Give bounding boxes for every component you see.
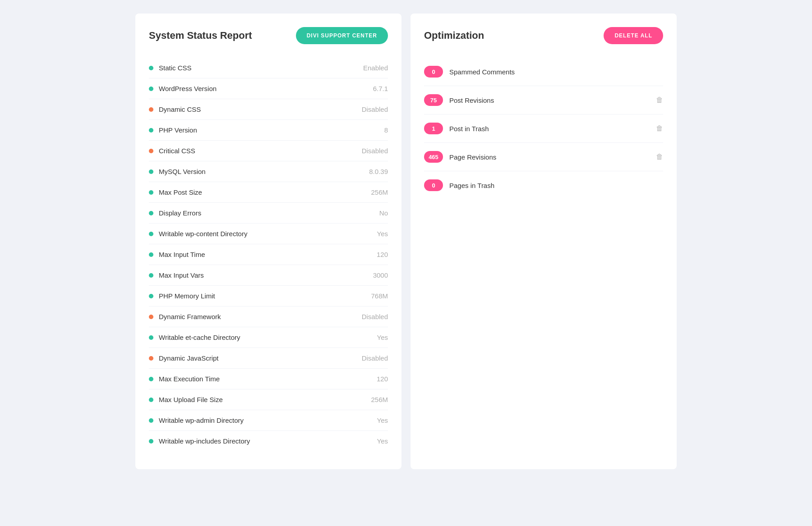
- main-container: System Status Report DIVI SUPPORT CENTER…: [135, 14, 677, 469]
- status-dot: [149, 418, 153, 423]
- status-item: Dynamic JavaScript Disabled: [149, 348, 388, 369]
- status-item: PHP Memory Limit 768M: [149, 286, 388, 306]
- status-label: Max Upload File Size: [159, 396, 223, 403]
- status-value: No: [379, 209, 388, 217]
- optimization-item: 0 Pages in Trash: [424, 171, 663, 199]
- status-value: Disabled: [362, 105, 388, 113]
- status-left: PHP Memory Limit: [149, 292, 215, 300]
- status-label: Max Execution Time: [159, 375, 220, 383]
- status-label: Writable wp-admin Directory: [159, 416, 244, 424]
- status-dot: [149, 211, 153, 215]
- trash-icon[interactable]: 🗑: [656, 153, 663, 161]
- status-label: Dynamic JavaScript: [159, 354, 219, 362]
- status-left: Dynamic JavaScript: [149, 354, 219, 362]
- count-badge: 75: [424, 94, 443, 106]
- status-left: Max Upload File Size: [149, 396, 223, 403]
- status-label: Static CSS: [159, 64, 192, 72]
- status-item: WordPress Version 6.7.1: [149, 78, 388, 99]
- status-label: Dynamic CSS: [159, 105, 201, 113]
- status-value: 120: [377, 375, 388, 383]
- count-badge: 0: [424, 66, 443, 78]
- status-item: Max Upload File Size 256M: [149, 389, 388, 410]
- status-left: Static CSS: [149, 64, 192, 72]
- system-status-title: System Status Report: [149, 30, 252, 41]
- status-value: 256M: [371, 396, 388, 403]
- status-item: Writable wp-includes Directory Yes: [149, 431, 388, 451]
- status-label: Writable wp-includes Directory: [159, 437, 250, 445]
- status-item: Max Execution Time 120: [149, 369, 388, 389]
- status-label: MySQL Version: [159, 168, 206, 175]
- status-dot: [149, 315, 153, 319]
- status-left: Writable wp-includes Directory: [149, 437, 250, 445]
- status-item: Dynamic Framework Disabled: [149, 306, 388, 327]
- status-dot: [149, 294, 153, 298]
- status-dot: [149, 87, 153, 91]
- status-value: Yes: [377, 334, 388, 341]
- status-dot: [149, 66, 153, 70]
- delete-all-button[interactable]: DELETE ALL: [604, 27, 663, 44]
- left-panel: System Status Report DIVI SUPPORT CENTER…: [135, 14, 401, 469]
- trash-icon[interactable]: 🗑: [656, 96, 663, 104]
- status-item: Max Input Time 120: [149, 244, 388, 265]
- optimization-item: 1 Post in Trash 🗑: [424, 114, 663, 143]
- status-item: PHP Version 8: [149, 120, 388, 141]
- status-dot: [149, 439, 153, 444]
- status-left: Max Input Vars: [149, 271, 204, 279]
- status-item: Dynamic CSS Disabled: [149, 99, 388, 120]
- status-dot: [149, 128, 153, 133]
- status-left: Dynamic Framework: [149, 313, 221, 320]
- optimization-title: Optimization: [424, 30, 484, 41]
- status-label: PHP Memory Limit: [159, 292, 215, 300]
- opt-label: Spammed Comments: [449, 68, 663, 76]
- optimization-item: 75 Post Revisions 🗑: [424, 86, 663, 114]
- status-value: 8: [384, 126, 388, 134]
- right-header: Optimization DELETE ALL: [424, 27, 663, 44]
- count-badge: 0: [424, 179, 443, 191]
- status-left: Critical CSS: [149, 147, 195, 155]
- status-value: Disabled: [362, 313, 388, 320]
- status-left: Writable wp-content Directory: [149, 230, 247, 238]
- status-value: 256M: [371, 188, 388, 196]
- divi-support-center-button[interactable]: DIVI SUPPORT CENTER: [296, 27, 388, 44]
- status-value: 6.7.1: [373, 85, 388, 92]
- status-label: Max Input Time: [159, 251, 205, 258]
- status-list: Static CSS Enabled WordPress Version 6.7…: [149, 58, 388, 451]
- left-header: System Status Report DIVI SUPPORT CENTER: [149, 27, 388, 44]
- status-label: Writable wp-content Directory: [159, 230, 247, 238]
- status-left: Max Execution Time: [149, 375, 220, 383]
- status-label: Max Post Size: [159, 188, 202, 196]
- status-item: Static CSS Enabled: [149, 58, 388, 78]
- status-left: Display Errors: [149, 209, 201, 217]
- status-left: Dynamic CSS: [149, 105, 201, 113]
- status-item: Writable et-cache Directory Yes: [149, 327, 388, 348]
- status-value: Disabled: [362, 354, 388, 362]
- status-item: Critical CSS Disabled: [149, 141, 388, 161]
- status-item: Writable wp-admin Directory Yes: [149, 410, 388, 431]
- status-label: PHP Version: [159, 126, 197, 134]
- opt-label: Page Revisions: [449, 153, 650, 161]
- count-badge: 1: [424, 123, 443, 134]
- status-dot: [149, 335, 153, 340]
- optimization-item: 0 Spammed Comments: [424, 58, 663, 86]
- status-dot: [149, 149, 153, 153]
- count-badge: 465: [424, 151, 443, 163]
- status-left: PHP Version: [149, 126, 197, 134]
- status-dot: [149, 273, 153, 278]
- status-label: Max Input Vars: [159, 271, 204, 279]
- right-panel: Optimization DELETE ALL 0 Spammed Commen…: [411, 14, 677, 469]
- status-label: Dynamic Framework: [159, 313, 221, 320]
- opt-label: Post in Trash: [449, 125, 650, 133]
- status-dot: [149, 232, 153, 236]
- status-item: Max Post Size 256M: [149, 182, 388, 203]
- status-label: WordPress Version: [159, 85, 217, 92]
- status-dot: [149, 169, 153, 174]
- opt-label: Pages in Trash: [449, 182, 663, 189]
- status-label: Critical CSS: [159, 147, 195, 155]
- status-left: WordPress Version: [149, 85, 217, 92]
- status-item: MySQL Version 8.0.39: [149, 161, 388, 182]
- status-left: Writable et-cache Directory: [149, 334, 240, 341]
- status-left: MySQL Version: [149, 168, 206, 175]
- status-left: Max Post Size: [149, 188, 202, 196]
- trash-icon[interactable]: 🗑: [656, 124, 663, 133]
- status-left: Max Input Time: [149, 251, 205, 258]
